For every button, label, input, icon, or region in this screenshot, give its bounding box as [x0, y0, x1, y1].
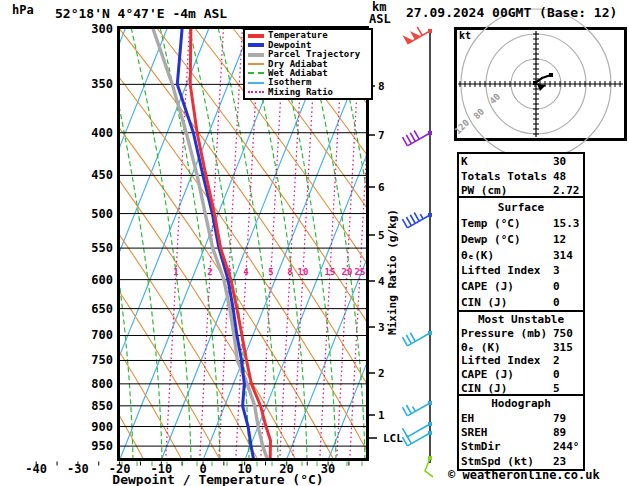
stats-value: 23 [553, 455, 566, 468]
stats-row: EH79 [461, 412, 581, 425]
stats-table-title: Surface [461, 201, 581, 214]
stats-label: CAPE (J) [461, 368, 514, 381]
pressure-tick-label: 450 [91, 168, 113, 182]
km-tick-label: 1 [378, 409, 385, 422]
wind-barb [402, 331, 432, 346]
run-datetime: 27.09.2024 00GMT (Base: 12) [406, 5, 617, 20]
stats-value: 30 [553, 155, 566, 168]
pressure-tick-label: 750 [91, 353, 113, 367]
mixing-ratio-label: 8 [287, 267, 292, 277]
stats-value: 48 [553, 170, 566, 183]
stats-value: 15.3 [553, 217, 580, 230]
stats-table-title: Hodograph [461, 397, 581, 410]
stats-label: Dewp (°C) [461, 233, 521, 246]
hodograph-trace-point [533, 81, 537, 85]
stats-label: K [461, 155, 468, 168]
km-tick-label: 2 [378, 367, 385, 380]
stats-row: StmDir244° [461, 440, 581, 453]
legend-sample-thick [248, 34, 264, 38]
stats-label: Temp (°C) [461, 217, 521, 230]
isotherm-line [0, 27, 84, 460]
stats-row: K30 [461, 155, 581, 168]
km-tick-label: 8 [378, 80, 385, 93]
stats-value: 750 [553, 327, 573, 340]
pressure-tick-label: 600 [91, 273, 113, 287]
pressure-tick-label: 350 [91, 77, 113, 91]
legend-label: Mixing Ratio [268, 88, 333, 97]
hodograph-unit-label: kt [459, 30, 471, 41]
km-tick-label: 3 [378, 321, 385, 334]
mixing-ratio-line [166, 27, 190, 460]
wind-barb [402, 401, 432, 416]
stats-row: Lifted Index3 [461, 264, 581, 277]
copyright: © weatheronline.co.uk [448, 468, 600, 482]
wet-adiabat-line [0, 27, 17, 460]
stats-label: CAPE (J) [461, 280, 514, 293]
stats-row: Dewp (°C)12 [461, 233, 581, 246]
isotherm-line [0, 27, 1, 460]
pressure-tick-label: 400 [91, 126, 113, 140]
stats-row: θₑ (K)315 [461, 341, 581, 354]
wet-adiabat-line [15, 27, 75, 460]
wind-barb [402, 213, 432, 228]
legend-label: Isotherm [268, 78, 311, 87]
wind-barb [402, 131, 432, 146]
stats-row: CAPE (J)0 [461, 368, 581, 381]
stats-value: 2 [553, 354, 560, 367]
wet-adiabat-line [131, 27, 191, 460]
stats-value: 12 [553, 233, 566, 246]
pressure-axis-unit: hPa [12, 3, 34, 17]
stats-label: Lifted Index [461, 264, 540, 277]
pressure-tick-label: 900 [91, 420, 113, 434]
x-axis-title: Dewpoint / Temperature (°C) [112, 472, 323, 486]
wind-barb [402, 431, 432, 446]
stats-label: StmSpd (kt) [461, 455, 534, 468]
stats-row: Lifted Index2 [461, 354, 581, 367]
stats-row: CIN (J)0 [461, 296, 581, 309]
legend-label: Parcel Trajectory [268, 50, 360, 59]
lcl-label: LCL [383, 432, 403, 445]
mixing-ratio-label: 10 [298, 267, 309, 277]
stats-table: SurfaceTemp (°C)15.3Dewp (°C)12θₑ(K)314L… [457, 196, 585, 314]
stats-value: 0 [553, 280, 560, 293]
legend-sample-thick [248, 53, 264, 57]
stats-label: EH [461, 412, 474, 425]
legend-item: Parcel Trajectory [248, 50, 371, 59]
stats-label: Totals Totals [461, 170, 547, 183]
stats-value: 79 [553, 412, 566, 425]
stats-table-title: Most Unstable [461, 313, 581, 326]
stats-value: 244° [553, 440, 580, 453]
legend-sample-dashed [248, 72, 264, 74]
mixing-ratio-label: 2 [207, 267, 212, 277]
km-tick-label: 5 [378, 229, 385, 242]
legend-sample-thin [248, 82, 264, 84]
hodograph-trace-point [549, 73, 553, 77]
mixing-ratio-label: 1 [173, 267, 178, 277]
stats-label: PW (cm) [461, 184, 507, 197]
km-tick-label: 7 [378, 129, 385, 142]
stats-row: Temp (°C)15.3 [461, 217, 581, 230]
dry-adiabat-line [0, 27, 68, 460]
mixing-ratio-label: 25 [355, 267, 366, 277]
legend-sample-dotted [248, 91, 264, 93]
isotherm-line [0, 27, 43, 460]
pressure-tick-label: 500 [91, 207, 113, 221]
stats-table: K30Totals Totals48PW (cm)2.72 [457, 152, 585, 200]
stats-label: θₑ(K) [461, 249, 494, 262]
stats-row: CAPE (J)0 [461, 280, 581, 293]
stats-row: SREH89 [461, 426, 581, 439]
wet-adiabat-line [392, 27, 452, 460]
stats-row: StmSpd (kt)23 [461, 455, 581, 468]
wind-barb [425, 456, 433, 477]
station-coordinates-title: 52°18'N 4°47'E -4m ASL [55, 6, 227, 21]
mixing-ratio-label: 20 [342, 267, 353, 277]
stats-label: Pressure (mb) [461, 327, 547, 340]
legend-item: Isotherm [248, 78, 371, 87]
stats-label: Lifted Index [461, 354, 540, 367]
mixing-ratio-axis-title: Mixing Ratio (g/kg) [386, 209, 399, 335]
mixing-ratio-label: 4 [243, 267, 249, 277]
x-tick-label: -40 [25, 462, 47, 476]
stats-value: 0 [553, 296, 560, 309]
stats-row: PW (cm)2.72 [461, 184, 581, 197]
stats-row: θₑ(K)314 [461, 249, 581, 262]
